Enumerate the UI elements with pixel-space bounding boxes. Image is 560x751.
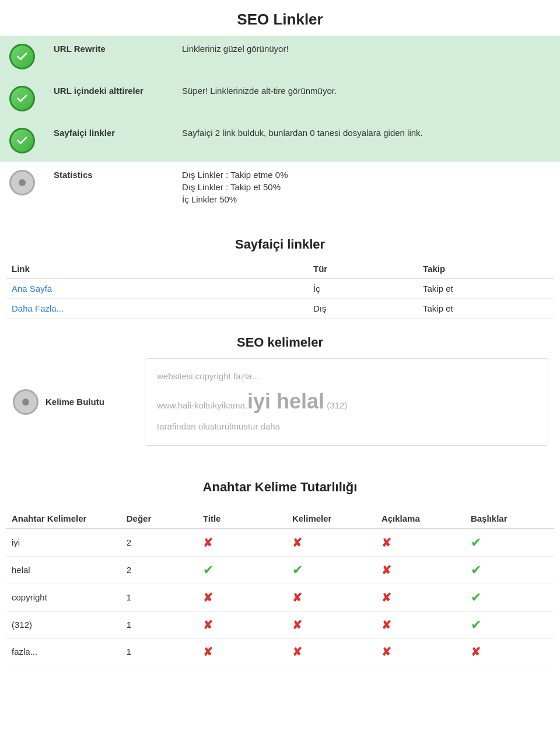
table-row: Daha Fazla... Dış Takip et (6, 299, 554, 319)
title-cell: ✘ (197, 638, 286, 665)
table-row: fazla... 1 ✘ ✘ ✘ ✘ (6, 638, 554, 665)
keyword-cell: iyi (6, 529, 121, 557)
stat-line-2: Dış Linkler : Takip et 50% (182, 182, 551, 192)
seo-kelimeler-title: SEO kelimeler (6, 319, 554, 358)
wc-line-3: tarafindan olusturulmustur daha (157, 420, 536, 434)
kelimeler-cell: ✘ (286, 611, 376, 638)
tur-cell: Dış (307, 299, 417, 319)
row-description: Sayfaiçi 2 link bulduk, bunlardan 0 tane… (173, 120, 560, 162)
check-icon (9, 86, 35, 111)
takip-cell: Takip et (417, 299, 554, 319)
x-icon: ✘ (292, 645, 302, 658)
links-table: Link Tür Takip Ana Sayfa İç Takip et Dah… (6, 260, 554, 319)
deger-cell: 1 (121, 638, 197, 665)
link-ana-sayfa[interactable]: Ana Sayfa (12, 284, 52, 294)
col-title: Title (197, 509, 286, 529)
seo-kelimeler-section: SEO kelimeler Kelime Bulutu websitesi co… (0, 319, 560, 446)
keyword-table: Anahtar Kelimeler Değer Title Kelimeler … (6, 509, 554, 665)
x-icon: ✘ (292, 619, 302, 631)
table-row: (312) 1 ✘ ✘ ✘ ✔ (6, 611, 554, 638)
title-cell: ✔ (197, 556, 286, 584)
row-label: URL içindeki alttireler (44, 78, 173, 120)
table-row: copyright 1 ✘ ✘ ✘ ✔ (6, 584, 554, 611)
stat-line-3: İç Linkler 50% (182, 194, 551, 204)
kelimeler-cell: ✘ (286, 584, 376, 611)
deger-cell: 1 (121, 611, 197, 638)
table-row: Statistics Dış Linkler : Takip etme 0% D… (0, 162, 560, 215)
kelime-icon-cell (6, 389, 46, 415)
x-icon: ✘ (382, 591, 391, 604)
seo-table: URL Rewrite Linkleriniz güzel görünüyor!… (0, 36, 560, 215)
check-icon (9, 44, 35, 69)
x-icon: ✘ (203, 591, 213, 604)
row-description: Dış Linkler : Takip etme 0% Dış Linkler … (173, 162, 560, 215)
kelime-bulutu-row: Kelime Bulutu websitesi copyright fazla.… (6, 358, 554, 446)
link-cell[interactable]: Ana Sayfa (6, 279, 307, 299)
check-icon: ✔ (471, 563, 481, 577)
col-anahtar: Anahtar Kelimeler (6, 509, 121, 529)
kelime-label: Kelime Bulutu (46, 397, 139, 407)
check-icon: ✔ (292, 563, 303, 577)
keyword-cell: helal (6, 556, 121, 584)
x-icon: ✘ (203, 536, 213, 549)
status-icon-cell (0, 162, 44, 215)
wc-text-3: tarafindan olusturulmustur daha (157, 421, 280, 431)
table-row: Sayfaiçi linkler Sayfaiçi 2 link bulduk,… (0, 120, 560, 162)
basliklar-cell: ✘ (465, 638, 554, 665)
col-tur: Tür (307, 260, 417, 279)
check-icon: ✔ (471, 590, 481, 605)
x-icon: ✘ (382, 536, 391, 549)
check-icon: ✔ (471, 617, 481, 632)
basliklar-cell: ✔ (465, 584, 554, 611)
kelimeler-cell: ✔ (286, 556, 376, 584)
links-header-row: Link Tür Takip (6, 260, 554, 279)
kelimeler-cell: ✘ (286, 638, 376, 665)
x-icon: ✘ (471, 645, 481, 658)
check-icon (9, 128, 35, 153)
basliklar-cell: ✔ (465, 611, 554, 638)
aciklama-cell: ✘ (376, 529, 465, 557)
kelimeler-cell: ✘ (286, 529, 376, 557)
wc-line2-before: www.hali-koltukyikama. (157, 400, 247, 410)
deger-cell: 2 (121, 556, 197, 584)
keyword-cell: copyright (6, 584, 121, 611)
x-icon: ✘ (382, 564, 391, 577)
table-row: URL içindeki alttireler Süper! Linklerin… (0, 78, 560, 120)
anahtar-title: Anahtar Kelime Tutarlılığı (6, 463, 554, 503)
col-link: Link (6, 260, 307, 279)
table-row: URL Rewrite Linkleriniz güzel görünüyor! (0, 36, 560, 78)
basliklar-cell: ✔ (465, 556, 554, 584)
check-icon: ✔ (471, 535, 481, 550)
seo-linkler-section: URL Rewrite Linkleriniz güzel görünüyor!… (0, 36, 560, 215)
page-title: SEO Linkler (0, 0, 560, 36)
title-cell: ✘ (197, 584, 286, 611)
wc-line-2: www.hali-koltukyikama.iyi helal (312) (157, 385, 536, 418)
col-deger: Değer (121, 509, 197, 529)
wc-line-1: websitesi copyright fazla... (157, 369, 536, 383)
col-kelimeler: Kelimeler (286, 509, 376, 529)
link-daha-fazla[interactable]: Daha Fazla... (12, 303, 64, 313)
neutral-icon (13, 389, 38, 415)
link-cell[interactable]: Daha Fazla... (6, 299, 307, 319)
kelime-cloud-content: websitesi copyright fazla... www.hali-ko… (139, 358, 554, 446)
title-cell: ✘ (197, 529, 286, 557)
deger-cell: 1 (121, 584, 197, 611)
check-icon: ✔ (203, 563, 214, 577)
x-icon: ✘ (292, 591, 302, 604)
row-label: Statistics (44, 162, 173, 215)
title-cell: ✘ (197, 611, 286, 638)
table-row: iyi 2 ✘ ✘ ✘ ✔ (6, 529, 554, 557)
row-label: Sayfaiçi linkler (44, 120, 173, 162)
aciklama-cell: ✘ (376, 638, 465, 665)
aciklama-cell: ✘ (376, 611, 465, 638)
x-icon: ✘ (382, 645, 391, 658)
keyword-cell: (312) (6, 611, 121, 638)
keyword-cell: fazla... (6, 638, 121, 665)
x-icon: ✘ (203, 645, 213, 658)
keyword-header-row: Anahtar Kelimeler Değer Title Kelimeler … (6, 509, 554, 529)
aciklama-cell: ✘ (376, 584, 465, 611)
status-icon-cell (0, 36, 44, 78)
status-icon-cell (0, 78, 44, 120)
wc-line2-large: iyi helal (247, 389, 324, 413)
col-basliklar: Başlıklar (465, 509, 554, 529)
